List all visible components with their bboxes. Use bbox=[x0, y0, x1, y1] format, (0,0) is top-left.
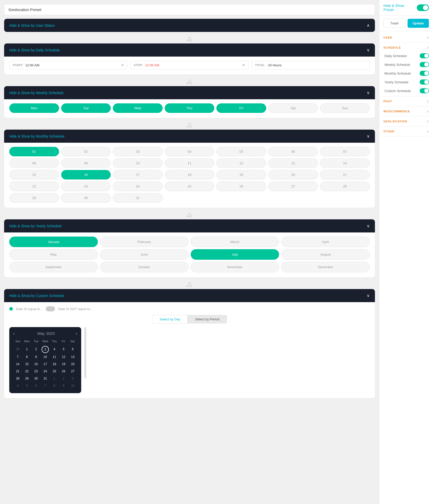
cal-cell[interactable]: 15 bbox=[23, 361, 31, 367]
yearly-month-december[interactable]: December bbox=[281, 262, 370, 272]
nav-group-header-user[interactable]: USER∧ bbox=[383, 34, 429, 41]
monthly-day-18[interactable]: 18 bbox=[165, 170, 215, 179]
cal-cell[interactable]: 1 bbox=[23, 346, 31, 353]
day-btn-sat[interactable]: Sat bbox=[268, 103, 318, 113]
monthly-day-21[interactable]: 21 bbox=[320, 170, 370, 179]
monthly-day-30[interactable]: 30 bbox=[61, 193, 111, 203]
stop-clear-btn[interactable]: ✕ bbox=[242, 63, 245, 67]
cal-cell[interactable]: 7 bbox=[13, 354, 22, 360]
monthly-day-02[interactable]: 02 bbox=[61, 147, 111, 156]
cal-cell[interactable]: 9 bbox=[59, 382, 68, 389]
monthly-day-20[interactable]: 20 bbox=[268, 170, 318, 179]
cal-cell[interactable]: 29 bbox=[23, 375, 31, 382]
day-btn-fri[interactable]: Fri bbox=[216, 103, 266, 113]
day-btn-wed[interactable]: Wed bbox=[113, 103, 163, 113]
nav-group-header-schedule[interactable]: SCHEDULE∧ bbox=[383, 44, 429, 51]
day-btn-sun[interactable]: Sun bbox=[320, 103, 370, 113]
monthly-day-05[interactable]: 05 bbox=[216, 147, 266, 156]
yearly-month-may[interactable]: May bbox=[9, 249, 98, 260]
nav-item-toggle-3[interactable] bbox=[420, 79, 429, 85]
monthly-day-28[interactable]: 28 bbox=[320, 182, 370, 191]
cal-cell[interactable]: 2 bbox=[59, 375, 68, 382]
yearly-month-october[interactable]: October bbox=[100, 262, 189, 272]
nav-item-toggle-0[interactable] bbox=[420, 53, 429, 58]
user-status-header[interactable]: Hide & Show by User Status ∧ bbox=[4, 19, 375, 32]
monthly-day-09[interactable]: 09 bbox=[61, 158, 111, 168]
weekly-schedule-header[interactable]: Hide & Show by Weekly Schedule ∨ bbox=[4, 86, 375, 99]
cal-cell[interactable]: 18 bbox=[50, 361, 59, 367]
monthly-day-07[interactable]: 07 bbox=[320, 147, 370, 156]
cal-cell[interactable]: 16 bbox=[32, 361, 40, 367]
cal-cell[interactable]: 30 bbox=[32, 375, 40, 382]
cal-cell[interactable]: 19 bbox=[59, 361, 68, 367]
monthly-day-17[interactable]: 17 bbox=[113, 170, 163, 179]
monthly-day-31[interactable]: 31 bbox=[113, 193, 163, 203]
monthly-day-15[interactable]: 15 bbox=[9, 170, 59, 179]
cal-cell[interactable]: 10 bbox=[68, 382, 77, 389]
cal-cell[interactable]: 17 bbox=[41, 361, 50, 367]
monthly-day-25[interactable]: 25 bbox=[165, 182, 215, 191]
cal-cell[interactable]: 11 bbox=[50, 354, 59, 360]
cal-cell[interactable]: 21 bbox=[13, 368, 22, 375]
yearly-month-march[interactable]: March bbox=[191, 237, 279, 247]
nav-group-header-other[interactable]: OTHER∧ bbox=[383, 128, 429, 135]
cal-cell[interactable]: 30 bbox=[13, 346, 22, 353]
yearly-month-november[interactable]: November bbox=[191, 262, 279, 272]
cal-cell[interactable]: 1 bbox=[50, 375, 59, 382]
yearly-month-april[interactable]: April bbox=[281, 237, 370, 247]
cal-cell[interactable]: 12 bbox=[59, 354, 68, 360]
monthly-day-29[interactable]: 29 bbox=[9, 193, 59, 203]
preset-title-input[interactable] bbox=[4, 4, 375, 15]
yearly-month-january[interactable]: January bbox=[9, 237, 98, 247]
start-clear-btn[interactable]: ✕ bbox=[121, 63, 124, 67]
cal-cell[interactable]: 28 bbox=[13, 375, 22, 382]
nav-item-toggle-2[interactable] bbox=[420, 71, 429, 76]
monthly-day-27[interactable]: 27 bbox=[268, 182, 318, 191]
cal-cell[interactable]: 25 bbox=[50, 368, 59, 375]
monthly-day-12[interactable]: 12 bbox=[216, 158, 266, 168]
cal-cell[interactable]: 14 bbox=[13, 361, 22, 367]
cal-cell[interactable]: 3 bbox=[42, 346, 49, 353]
monthly-day-10[interactable]: 10 bbox=[113, 158, 163, 168]
cal-cell[interactable]: 26 bbox=[59, 368, 68, 375]
cal-cell[interactable]: 13 bbox=[68, 354, 77, 360]
monthly-day-26[interactable]: 26 bbox=[216, 182, 266, 191]
monthly-day-03[interactable]: 03 bbox=[113, 147, 163, 156]
cal-cell[interactable]: 20 bbox=[68, 361, 77, 367]
cal-cell[interactable]: 8 bbox=[23, 354, 31, 360]
cal-cell[interactable]: 31 bbox=[41, 375, 50, 382]
monthly-day-22[interactable]: 22 bbox=[9, 182, 59, 191]
day-btn-mon[interactable]: Mon bbox=[9, 103, 59, 113]
daily-schedule-header[interactable]: Hide & Show by Daily Schedule ∨ bbox=[4, 43, 375, 57]
select-by-period-btn[interactable]: Select by Period bbox=[188, 315, 227, 323]
day-btn-tue[interactable]: Tue bbox=[61, 103, 111, 113]
cal-cell[interactable]: 23 bbox=[32, 368, 40, 375]
yearly-month-august[interactable]: August bbox=[281, 249, 370, 260]
monthly-day-04[interactable]: 04 bbox=[165, 147, 215, 156]
cal-cell[interactable]: 27 bbox=[68, 368, 77, 375]
cal-cell[interactable]: 7 bbox=[41, 382, 50, 389]
yearly-month-september[interactable]: September bbox=[9, 262, 98, 272]
nav-group-header-geolocation[interactable]: GEOLOCATION∧ bbox=[383, 118, 429, 125]
cal-cell[interactable]: 4 bbox=[50, 346, 59, 353]
cal-cell[interactable]: 22 bbox=[23, 368, 31, 375]
update-button[interactable]: Update bbox=[408, 19, 429, 28]
nav-group-header-woocommerce[interactable]: WOOCOMMERCE∧ bbox=[383, 107, 429, 115]
yearly-schedule-header[interactable]: Hide & Show by Yearly Schedule ∨ bbox=[4, 219, 375, 232]
cal-cell[interactable]: 6 bbox=[32, 382, 40, 389]
day-btn-thu[interactable]: Thu bbox=[165, 103, 215, 113]
cal-cell[interactable]: 9 bbox=[32, 354, 40, 360]
monthly-day-14[interactable]: 14 bbox=[320, 158, 370, 168]
yearly-month-february[interactable]: February bbox=[100, 237, 189, 247]
monthly-day-16[interactable]: 16 bbox=[61, 170, 111, 179]
trash-button[interactable]: Trash bbox=[383, 19, 406, 28]
date-toggle[interactable] bbox=[46, 306, 55, 311]
monthly-schedule-header[interactable]: Hide & Show by Monthly Schedule ∨ bbox=[4, 130, 375, 143]
cal-cell[interactable]: 3 bbox=[68, 375, 77, 382]
cal-cell[interactable]: 6 bbox=[68, 346, 77, 353]
nav-item-toggle-4[interactable] bbox=[420, 88, 429, 93]
cal-next-btn[interactable]: › bbox=[76, 331, 77, 336]
cal-cell[interactable]: 24 bbox=[41, 368, 50, 375]
monthly-day-23[interactable]: 23 bbox=[61, 182, 111, 191]
cal-cell[interactable]: 5 bbox=[59, 346, 68, 353]
